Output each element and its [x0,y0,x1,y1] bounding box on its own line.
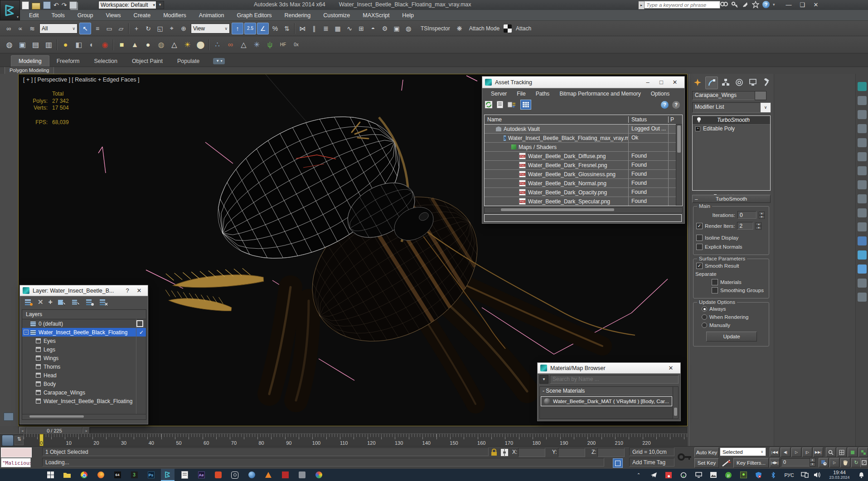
dock-tool-icon-11[interactable] [858,222,867,231]
object-name-field[interactable]: Carapace_Wings [692,91,756,100]
action-center-monitors-icon[interactable] [799,469,810,481]
maximize-button[interactable]: □ [655,79,668,86]
material-item[interactable]: Water_Beetle_Dark_MAT ( VRayMtl ) [Body,… [541,396,672,406]
volume-icon[interactable] [811,469,823,481]
reference-coordinate-dropdown[interactable]: View∨ [191,24,230,34]
layer-object-row[interactable]: Wings [22,354,146,362]
update-button[interactable]: Update [706,332,757,342]
material-search-input[interactable] [550,375,679,384]
dock-tool-icon-2[interactable] [858,96,867,105]
tray-chevron-icon[interactable]: ⌃ [632,469,645,481]
hide-layer-icon[interactable] [99,298,108,306]
dock-tool-icon-14[interactable] [858,265,867,274]
curve-editor-button[interactable]: ∿ [344,23,355,34]
after-effects-icon[interactable]: Ae [194,469,208,481]
help-dropdown-icon[interactable]: ▾ [773,1,775,9]
attach-button[interactable]: Attach [516,25,531,32]
tsinspector-label[interactable]: TSInspector [421,25,450,32]
render-iters-checkbox[interactable]: ✓ [696,223,703,229]
layers-column-header[interactable]: Layers [22,310,146,319]
viewport-layout-tab-button[interactable] [4,413,14,421]
extra-column-header[interactable]: P [669,116,674,123]
render-teapot-icon[interactable]: ◍ [3,38,15,51]
iterations-field[interactable]: 0 [737,211,756,219]
menu-views[interactable]: Views [99,10,127,21]
iterations-spinner[interactable]: ▲▼ [759,212,765,219]
display-tab[interactable] [747,77,759,88]
menu-edit[interactable]: Edit [23,10,45,21]
select-and-scale-button[interactable]: ◱ [155,23,165,34]
ribbon-tab-object-paint[interactable]: Object Paint [125,56,170,67]
asset-row[interactable]: PNGWater_Beetle_Dark_Normal.pngFound [485,179,682,188]
asset-row[interactable]: Maps / Shaders [485,143,682,152]
object-color-swatch[interactable] [755,91,766,100]
utorrent-icon[interactable]: µ [722,469,735,481]
add-to-layer-icon[interactable]: + [48,298,53,306]
time-tag-icon[interactable] [613,458,623,468]
modifier-list-arrow[interactable]: ∨ [760,102,771,113]
bluetooth-icon[interactable] [766,469,780,481]
select-and-rotate-button[interactable]: ↻ [143,23,154,34]
help-icon[interactable]: ? [762,1,770,8]
modifier-stack-item-editable-poly[interactable]: + Editable Poly [693,124,770,133]
play-button[interactable]: ▷ [791,447,801,457]
window-crossing-toggle[interactable]: ▱ [116,23,126,34]
tsinspector-gear-icon[interactable]: ❋ [454,23,465,34]
at-menu-options[interactable]: Options [646,91,674,97]
dock-tool-icon-8[interactable] [858,180,867,189]
report-list-icon[interactable] [497,101,503,108]
batch-list-icon[interactable]: ▤ [29,38,42,51]
light-icon[interactable]: ● [59,38,72,51]
select-and-move-button[interactable]: + [131,23,142,34]
create-new-layer-icon[interactable] [24,298,33,306]
layer-manager-button[interactable]: ≣ [320,23,331,34]
menu-customize[interactable]: Customize [317,10,356,21]
new-file-icon[interactable] [22,1,29,10]
pan-hand-icon[interactable] [840,458,850,467]
notification-bell-icon[interactable] [856,469,867,481]
red-square-icon[interactable] [278,469,292,481]
favorites-star-icon[interactable] [752,1,759,9]
unlink-selection-icon[interactable]: ∝ [15,23,26,34]
current-frame-field[interactable]: 0 [781,458,811,467]
sphere-primitive-icon[interactable]: ● [142,38,154,51]
browser-options-icon[interactable]: ▼ [539,375,548,384]
hair-fur-icon[interactable]: HF [277,38,289,51]
auto-key-button[interactable]: Auto Key [694,447,719,457]
maxscript-listener-pink-line[interactable] [1,447,32,457]
grid-setting[interactable]: Grid = 10,0cm [629,447,674,456]
layer-object-row[interactable]: Thorns [22,362,146,371]
select-objects-in-layer-icon[interactable] [58,298,67,306]
menu-create[interactable]: Create [127,10,157,21]
chrome-icon[interactable] [77,469,91,481]
render-iters-field[interactable]: 2 [737,222,753,230]
bind-to-space-warp-icon[interactable]: ≋ [27,23,38,34]
lattice-icon[interactable]: △ [238,38,250,51]
refresh-icon[interactable] [485,101,492,108]
search-history-button[interactable]: ▸ [638,1,645,10]
at-menu-server[interactable]: Server [486,91,512,97]
preview-window-icon[interactable]: ▣ [16,38,29,51]
layer-row[interactable]: 0 (default) [22,319,146,328]
asset-table-vscrollbar[interactable] [676,124,682,206]
asset-table-hscrollbar[interactable] [484,207,683,213]
dock-tool-icon-16[interactable] [858,293,867,302]
ribbon-tab-populate[interactable]: Populate [170,56,207,67]
minimize-button[interactable]: — [782,0,795,10]
align-button[interactable]: ∥ [309,23,320,34]
undo-icon[interactable]: ↶ [53,1,59,10]
orbit-icon[interactable]: ↻ [851,458,861,467]
camera-app-icon[interactable] [228,469,242,481]
at-menu-file[interactable]: File [512,91,530,97]
select-and-link-icon[interactable]: ∞ [3,23,14,34]
spotlight-icon[interactable]: ◐ [86,38,98,51]
material-editor-button[interactable]: ◓ [368,23,378,34]
3dsmax-shortcut-icon[interactable]: 3 [127,469,141,481]
dock-tool-icon-10[interactable] [858,208,867,217]
language-indicator[interactable]: РУС [781,469,797,481]
select-object-button[interactable]: ↖ [79,23,91,34]
table-view-toggle[interactable] [520,100,531,110]
polygon-modeling-panel-tab[interactable]: Polygon Modeling [5,67,54,74]
scene-materials-group[interactable]: - Scene Materials [540,387,673,395]
close-button[interactable]: ✕ [809,0,823,10]
